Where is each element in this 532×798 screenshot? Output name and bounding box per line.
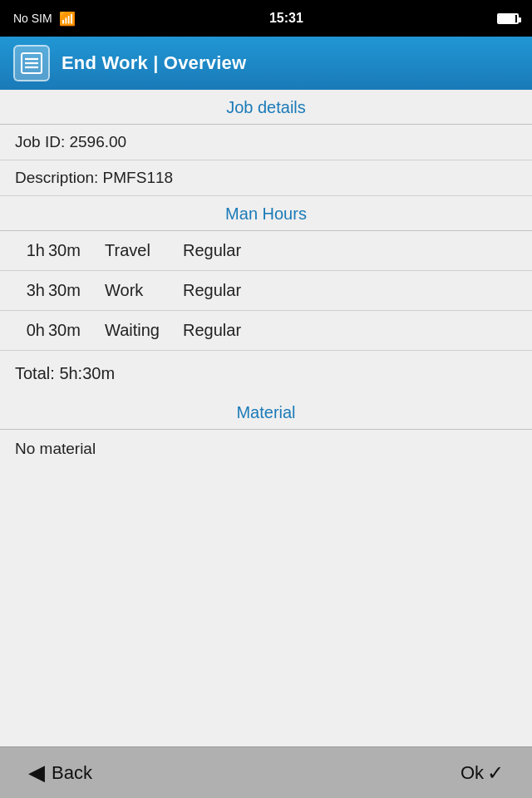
wifi-icon: 📶 bbox=[59, 11, 76, 27]
total-label: Total: bbox=[15, 364, 55, 382]
work-rate: Regular bbox=[183, 281, 241, 300]
hours-row-travel: 1h 30m Travel Regular bbox=[0, 231, 532, 271]
total-row: Total: 5h:30m bbox=[0, 351, 532, 395]
waiting-hours: 0h bbox=[15, 321, 45, 340]
waiting-rate: Regular bbox=[183, 321, 241, 340]
description-value: PMFS118 bbox=[103, 169, 173, 186]
ok-label: Ok bbox=[461, 762, 484, 784]
man-hours-section-header: Man Hours bbox=[0, 196, 532, 231]
carrier-text: No SIM bbox=[13, 12, 52, 25]
ok-checkmark-icon: ✓ bbox=[487, 761, 504, 785]
app-icon bbox=[13, 45, 50, 81]
job-id-row: Job ID: 2596.00 bbox=[0, 125, 532, 160]
travel-minutes: 30m bbox=[45, 241, 91, 260]
status-bar: No SIM 📶 15:31 bbox=[0, 0, 532, 37]
man-hours-list: 1h 30m Travel Regular 3h 30m Work Regula… bbox=[0, 231, 532, 351]
work-hours: 3h bbox=[15, 281, 45, 300]
hours-row-work: 3h 30m Work Regular bbox=[0, 271, 532, 311]
work-type: Work bbox=[91, 281, 183, 300]
status-left: No SIM 📶 bbox=[13, 11, 76, 27]
back-icon: ◀ bbox=[28, 760, 45, 786]
ok-button[interactable]: Ok ✓ bbox=[452, 756, 512, 790]
description-row: Description: PMFS118 bbox=[0, 160, 532, 196]
no-material-row: No material bbox=[0, 430, 532, 468]
work-minutes: 30m bbox=[45, 281, 91, 300]
travel-type: Travel bbox=[91, 241, 183, 260]
page-title: End Work | Overview bbox=[62, 52, 246, 74]
status-right bbox=[497, 13, 519, 24]
hours-row-waiting: 0h 30m Waiting Regular bbox=[0, 311, 532, 351]
job-id-label: Job ID: bbox=[15, 133, 65, 150]
job-details-section-header: Job details bbox=[0, 90, 532, 125]
bottom-toolbar: ◀ Back Ok ✓ bbox=[0, 746, 532, 798]
travel-hours: 1h bbox=[15, 241, 45, 260]
main-content: Job details Job ID: 2596.00 Description:… bbox=[0, 90, 532, 746]
no-material-text: No material bbox=[15, 440, 96, 457]
back-button[interactable]: ◀ Back bbox=[20, 755, 101, 791]
travel-rate: Regular bbox=[183, 241, 241, 260]
battery-icon bbox=[497, 13, 519, 24]
app-header: End Work | Overview bbox=[0, 37, 532, 90]
material-section-header: Material bbox=[0, 395, 532, 430]
document-list-icon bbox=[20, 52, 43, 75]
description-label: Description: bbox=[15, 169, 98, 186]
back-label: Back bbox=[52, 762, 92, 784]
waiting-minutes: 30m bbox=[45, 321, 91, 340]
waiting-type: Waiting bbox=[91, 321, 183, 340]
job-id-value: 2596.00 bbox=[69, 133, 126, 150]
total-value: 5h:30m bbox=[59, 364, 115, 382]
time-display: 15:31 bbox=[269, 11, 303, 26]
